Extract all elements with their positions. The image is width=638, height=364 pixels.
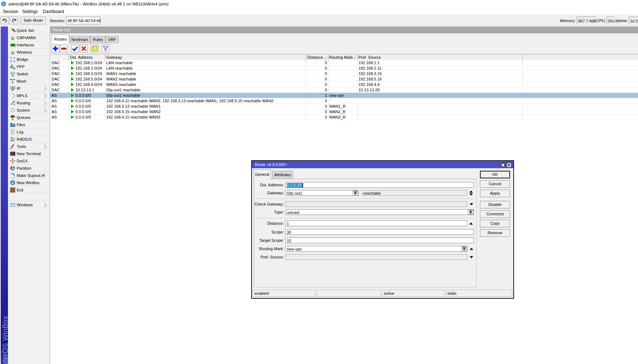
svg-text:255: 255	[11, 87, 15, 89]
svg-text:>_: >_	[11, 153, 14, 156]
